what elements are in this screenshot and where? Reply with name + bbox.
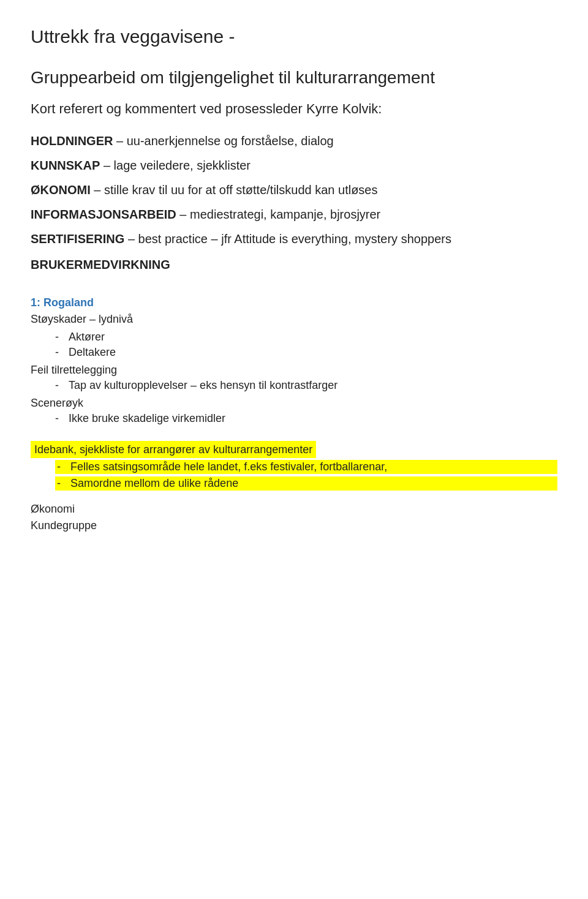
idebank-block: Idebank, sjekkliste for arrangører av ku… [31, 443, 557, 491]
sertifisering-text: – best practice – jfr Attitude is everyt… [124, 232, 451, 246]
kommentert-label: Kort referert og kommentert ved prosessl… [31, 101, 557, 117]
idebank-bullet-0: Felles satsingsområde hele landet, f.eks… [70, 461, 387, 473]
idebank-bullet-1: Samordne mellom de ulike rådene [70, 477, 238, 490]
scenerøyk-label: Scenerøyk [31, 397, 557, 410]
okonomi-label: ØKONOMI [31, 183, 91, 197]
list-item: - Ikke bruke skadelige virkemidler [55, 412, 557, 425]
dash-icon: - [55, 331, 61, 344]
main-title: Uttrekk fra veggavisene - [31, 24, 557, 48]
info-section: INFORMASJONSARBEID – mediestrategi, kamp… [31, 205, 557, 224]
list-item: - Tap av kulturopplevelser – eks hensyn … [55, 379, 557, 392]
list-item: - Aktører [55, 331, 557, 344]
kunnskap-label: KUNNSKAP [31, 159, 100, 172]
dash-icon: - [57, 461, 63, 473]
dash-icon: - [55, 346, 61, 359]
list-item: - Felles satsingsområde hele landet, f.e… [55, 460, 557, 474]
kunnskap-section: KUNNSKAP – lage veiledere, sjekklister [31, 156, 557, 175]
støyskader-label: Støyskader – lydnivå [31, 313, 557, 326]
bullet-deltakere: Deltakere [69, 346, 116, 359]
sertifisering-label: SERTIFISERING [31, 232, 124, 246]
brukermedvirkning-section: BRUKERMEDVIRKNING [31, 258, 557, 272]
okonomi-text: – stille krav til uu for at off støtte/t… [91, 183, 378, 197]
feil-tap: Tap av kulturopplevelser – eks hensyn ti… [69, 379, 337, 392]
list-item: - Deltakere [55, 346, 557, 359]
idebank-label: Idebank, sjekkliste for arrangører av ku… [31, 441, 316, 458]
scenerøyk-bullets: - Ikke bruke skadelige virkemidler [55, 412, 557, 425]
dash-icon: - [55, 412, 61, 425]
feil-label: Feil tilrettelegging [31, 364, 557, 377]
bottom-kundegruppe: Kundegruppe [31, 519, 557, 532]
bullet-aktorer: Aktører [69, 331, 105, 344]
feil-bullets: - Tap av kulturopplevelser – eks hensyn … [55, 379, 557, 392]
scenerøyk-ikke: Ikke bruke skadelige virkemidler [69, 412, 225, 425]
dash-icon: - [55, 379, 61, 392]
støy-bullets: - Aktører - Deltakere [55, 331, 557, 359]
brukermedvirkning-label: BRUKERMEDVIRKNING [31, 258, 170, 271]
rogaland-section: 1: Rogaland Støyskader – lydnivå - Aktør… [31, 296, 557, 425]
info-text: – mediestrategi, kampanje, bjrosjyrer [176, 208, 380, 221]
sertifisering-section: SERTIFISERING – best practice – jfr Atti… [31, 230, 557, 248]
info-label: INFORMASJONSARBEID [31, 208, 176, 221]
dash-icon: - [57, 477, 63, 490]
bottom-section: Økonomi Kundegruppe [31, 503, 557, 532]
holdninger-section: HOLDNINGER – uu-anerkjennelse og forståe… [31, 132, 557, 150]
okonomi-section: ØKONOMI – stille krav til uu for at off … [31, 181, 557, 199]
holdninger-label: HOLDNINGER [31, 134, 113, 148]
bottom-okonomi: Økonomi [31, 503, 557, 516]
kunnskap-text: – lage veiledere, sjekklister [100, 159, 251, 172]
subtitle: Gruppearbeid om tilgjengelighet til kult… [31, 67, 557, 89]
list-item: - Samordne mellom de ulike rådene [55, 476, 557, 491]
holdninger-text: – uu-anerkjennelse og forståelse, dialog [113, 134, 333, 148]
rogaland-title: 1: Rogaland [31, 296, 557, 309]
